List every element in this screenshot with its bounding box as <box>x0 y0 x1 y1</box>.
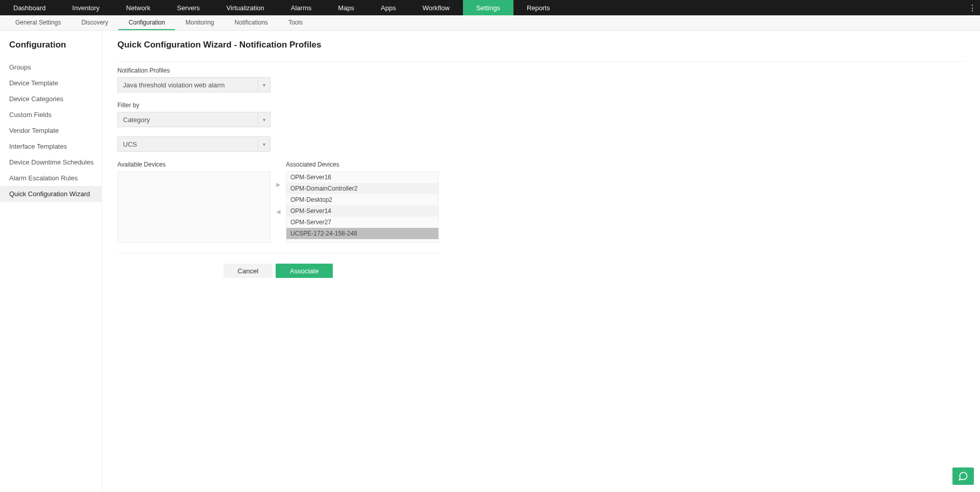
sidebar-title: Configuration <box>9 40 102 50</box>
chevron-down-icon: ▾ <box>258 137 270 151</box>
available-devices-label: Available Devices <box>117 161 271 168</box>
topnav-item-reports[interactable]: Reports <box>513 0 564 15</box>
more-menu-icon[interactable]: ⋮ <box>965 0 980 15</box>
device-picker: Available Devices ▶ ◀ Associated Devices… <box>117 161 439 243</box>
topnav-item-network[interactable]: Network <box>113 0 164 15</box>
divider <box>117 253 439 253</box>
subnav-item-monitoring[interactable]: Monitoring <box>175 15 224 30</box>
chevron-down-icon: ▾ <box>258 112 270 127</box>
list-item[interactable]: OPM-Server16 <box>286 172 438 183</box>
associated-devices-label: Associated Devices <box>286 161 439 168</box>
dropdown-value: Java threshold violation web alarm <box>118 78 258 92</box>
topnav-item-alarms[interactable]: Alarms <box>278 0 325 15</box>
sidebar-item-custom-fields[interactable]: Custom Fields <box>9 107 102 123</box>
top-nav: DashboardInventoryNetworkServersVirtuali… <box>0 0 980 15</box>
sidebar-item-quick-configuration-wizard[interactable]: Quick Configuration Wizard <box>0 186 102 202</box>
chevron-down-icon: ▾ <box>258 78 270 92</box>
list-item[interactable]: OPM-Desktop2 <box>286 194 438 205</box>
move-right-icon[interactable]: ▶ <box>276 181 280 188</box>
associate-button[interactable]: Associate <box>276 264 333 278</box>
subnav-item-general-settings[interactable]: General Settings <box>5 15 71 30</box>
list-item[interactable]: OPM-Server27 <box>286 217 438 228</box>
available-devices-list[interactable] <box>117 171 271 243</box>
subnav-item-discovery[interactable]: Discovery <box>71 15 118 30</box>
sub-nav: General SettingsDiscoveryConfigurationMo… <box>0 15 980 31</box>
topnav-item-dashboard[interactable]: Dashboard <box>0 0 59 15</box>
sidebar-item-interface-templates[interactable]: Interface Templates <box>9 138 102 154</box>
subnav-item-configuration[interactable]: Configuration <box>118 15 175 30</box>
filter-by-label: Filter by <box>117 102 965 109</box>
move-left-icon[interactable]: ◀ <box>276 208 280 215</box>
sidebar: Configuration GroupsDevice TemplateDevic… <box>0 31 102 492</box>
sidebar-item-device-downtime-schedules[interactable]: Device Downtime Schedules <box>9 154 102 170</box>
topnav-item-workflow[interactable]: Workflow <box>409 0 463 15</box>
page-title: Quick Configuration Wizard - Notificatio… <box>117 40 965 50</box>
cancel-button[interactable]: Cancel <box>224 264 273 278</box>
sidebar-item-groups[interactable]: Groups <box>9 59 102 75</box>
dropdown-value: Category <box>118 112 258 127</box>
list-item[interactable]: OPM-DomainController2 <box>286 183 438 194</box>
sidebar-item-device-categories[interactable]: Device Categories <box>9 91 102 107</box>
dropdown-value: UCS <box>118 137 258 151</box>
filter-by-dropdown[interactable]: Category ▾ <box>117 112 271 127</box>
chat-button[interactable] <box>952 467 974 485</box>
associated-devices-list[interactable]: OPM-Server16OPM-DomainController2OPM-Des… <box>286 171 439 243</box>
list-item[interactable]: UCSPE-172-24-158-248 <box>286 228 438 239</box>
topnav-item-inventory[interactable]: Inventory <box>59 0 113 15</box>
sidebar-item-vendor-template[interactable]: Vendor Template <box>9 123 102 138</box>
subnav-item-notifications[interactable]: Notifications <box>225 15 278 30</box>
filter-value-dropdown[interactable]: UCS ▾ <box>117 136 271 152</box>
notification-profiles-dropdown[interactable]: Java threshold violation web alarm ▾ <box>117 77 271 92</box>
main-content: Quick Configuration Wizard - Notificatio… <box>102 31 980 492</box>
topnav-item-settings[interactable]: Settings <box>463 0 513 15</box>
sidebar-item-device-template[interactable]: Device Template <box>9 75 102 91</box>
notification-profiles-label: Notification Profiles <box>117 67 965 74</box>
topnav-item-servers[interactable]: Servers <box>164 0 213 15</box>
chat-icon <box>958 471 968 481</box>
divider <box>117 61 965 62</box>
topnav-item-apps[interactable]: Apps <box>368 0 409 15</box>
topnav-item-maps[interactable]: Maps <box>325 0 368 15</box>
list-item[interactable]: OPM-Server14 <box>286 205 438 217</box>
subnav-item-tools[interactable]: Tools <box>278 15 313 30</box>
sidebar-item-alarm-escalation-rules[interactable]: Alarm Escalation Rules <box>9 170 102 186</box>
topnav-item-virtualization[interactable]: Virtualization <box>213 0 278 15</box>
